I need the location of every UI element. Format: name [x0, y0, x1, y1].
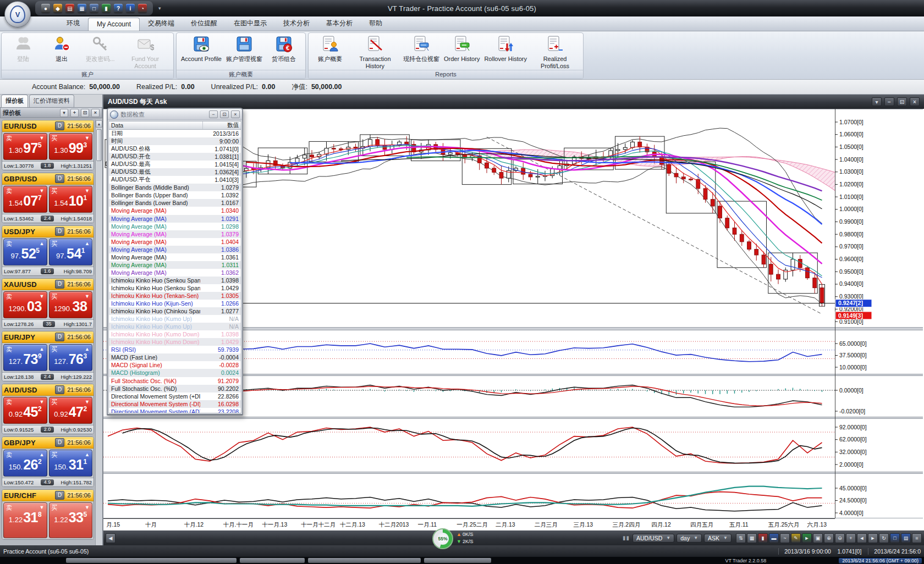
vt-logo[interactable]: V — [4, 1, 31, 27]
menu-tab-[interactable]: 交易终端 — [140, 16, 183, 31]
buy-button[interactable]: 买▼1290.38 — [49, 291, 93, 318]
buy-button[interactable]: 买▲150.311 — [49, 450, 93, 477]
close-icon[interactable]: × — [91, 109, 100, 117]
sell-button[interactable]: 卖▼1.30975 — [3, 133, 47, 160]
grid-icon[interactable]: ▦ — [747, 533, 757, 543]
layout-icon[interactable]: ▤ — [901, 533, 911, 543]
ribbon-button-report-taggreen[interactable]: Order History — [444, 35, 480, 63]
symbol-select[interactable]: AUD/USD▼ — [632, 534, 674, 543]
pan-left-icon[interactable]: ◄ — [857, 533, 867, 543]
taskbar-segment[interactable] — [308, 558, 421, 563]
chart-menu-chevron-icon[interactable]: ▾ — [872, 97, 882, 106]
ribbon-button-report-user[interactable]: 账户概要 — [313, 35, 347, 63]
daily-button[interactable]: D — [55, 491, 64, 500]
price-type-select[interactable]: ASK▼ — [704, 534, 732, 543]
chart-minimize-icon[interactable]: − — [884, 97, 894, 106]
chart-icon[interactable]: ? — [114, 4, 123, 13]
refresh-icon[interactable]: ↻ — [879, 533, 889, 543]
ribbon-button-account-window[interactable]: 账户管理视窗 — [226, 35, 262, 63]
news-icon[interactable]: ▤ — [65, 4, 74, 13]
menu-tab-[interactable]: 基本分析 — [318, 16, 361, 31]
stats-icon[interactable]: ▮ — [102, 4, 111, 13]
close-icon[interactable]: × — [231, 110, 240, 118]
daily-button[interactable]: D — [55, 174, 64, 183]
buy-button[interactable]: 买▲127.763 — [49, 344, 93, 371]
sell-button[interactable]: 卖▼0.92452 — [3, 397, 47, 424]
menu-tab-[interactable]: 环境 — [58, 16, 88, 31]
network-gauge[interactable]: 55% — [432, 528, 453, 549]
notes-icon[interactable]: ▦ — [78, 4, 86, 13]
taskbar-segment[interactable] — [240, 558, 305, 563]
users-icon[interactable]: ◆ — [53, 4, 62, 13]
buy-button[interactable]: 买▼1.22335 — [49, 502, 93, 538]
clipboard-icon[interactable]: ▣ — [813, 533, 823, 543]
menu-tab-[interactable]: 帮助 — [361, 16, 391, 31]
menu-tab-myaccount[interactable]: My Account — [88, 18, 140, 31]
daily-button[interactable]: D — [55, 121, 64, 130]
data-window-title-bar[interactable]: 数据检查 − ⊡ × — [108, 109, 242, 120]
float-icon[interactable]: ⊡ — [81, 109, 89, 117]
updown-arrows-icon[interactable]: ⇅ — [736, 533, 746, 543]
buy-button[interactable]: 买▼1.54101 — [49, 186, 93, 213]
zoom-in-icon[interactable]: ⊕ — [824, 533, 834, 543]
buy-button[interactable]: 买▼1.30993 — [49, 133, 93, 160]
daily-button[interactable]: D — [55, 227, 64, 236]
info-icon[interactable]: i — [126, 4, 135, 13]
minimize-icon[interactable]: − — [209, 110, 218, 118]
pin-icon[interactable]: + — [70, 109, 79, 117]
alarm-icon[interactable]: ◔ — [138, 4, 147, 13]
sell-button[interactable]: 卖▼1290.03 — [3, 291, 47, 318]
ribbon-button-report-pl[interactable]: Realized Profit/Loss — [531, 35, 579, 70]
scroll-up-icon[interactable]: ▲ — [96, 120, 102, 128]
sidebar-tab-1[interactable]: 汇价详细资料 — [29, 95, 74, 107]
bar-chart-icon[interactable]: ▬ — [769, 533, 779, 543]
quote-panel-header[interactable]: 报价板 ▾ + ⊡ × — [0, 107, 102, 118]
buy-button[interactable]: 买▲97.541 — [49, 239, 93, 266]
daily-button[interactable]: D — [55, 280, 64, 289]
timeframe-select[interactable]: day▼ — [676, 534, 702, 543]
data-inspection-window[interactable]: 数据检查 − ⊡ × Data 数值 日期2013/3/16时间9:00:00A… — [107, 108, 243, 416]
title-bar[interactable]: V ●◆▤▦□▮?i◔ ▾ VT Trader - Practice Accou… — [0, 0, 924, 16]
daily-button[interactable]: D — [55, 333, 64, 341]
ribbon-button-report-tagblue[interactable]: 现持仓位视窗 — [403, 35, 439, 63]
ribbon-button-report-arrows[interactable]: Rollover History — [484, 35, 527, 63]
restore-icon[interactable]: ⊡ — [220, 110, 229, 118]
pointer-icon[interactable]: ► — [802, 533, 812, 543]
sell-button[interactable]: 卖▼1.54077 — [3, 186, 47, 213]
chart-close-icon[interactable]: × — [910, 97, 920, 106]
buy-button[interactable]: 买▼0.92472 — [49, 397, 93, 424]
taskbar-segment[interactable] — [424, 558, 491, 563]
scrollbar-thumb[interactable] — [96, 129, 102, 161]
daily-button[interactable]: D — [55, 438, 64, 447]
sell-button[interactable]: 卖▲97.525 — [3, 239, 47, 266]
menu-tab-[interactable]: 技术分析 — [275, 16, 318, 31]
data-grid-header[interactable]: Data 数值 — [109, 121, 241, 130]
taskbar-segment[interactable] — [66, 558, 237, 563]
crosshair-icon[interactable]: + — [846, 533, 856, 543]
ribbon-button-portfolio[interactable]: €货币组合 — [267, 35, 301, 63]
sell-button[interactable]: 卖▼1.22318 — [3, 502, 47, 538]
daily-button[interactable]: D — [55, 385, 64, 394]
quote-scrollbar[interactable]: ▲ — [95, 120, 102, 545]
chart-restore-icon[interactable]: ⊡ — [897, 97, 907, 106]
menu-tab-[interactable]: 在图中显示 — [226, 16, 275, 31]
sidebar-tab-0[interactable]: 报价板 — [1, 95, 28, 107]
ribbon-button-logout[interactable]: 退出 — [45, 35, 79, 63]
user-icon[interactable]: ● — [41, 4, 50, 13]
list-icon[interactable]: ≡ — [912, 533, 922, 543]
ribbon-button-profile[interactable]: Account Profile — [181, 35, 222, 63]
toolbar-grip[interactable]: ▮▮ — [623, 535, 630, 541]
sell-button[interactable]: 卖▲127.739 — [3, 344, 47, 371]
chevron-down-icon[interactable]: ▾ — [60, 109, 68, 117]
menu-tab-[interactable]: 价位提醒 — [183, 16, 226, 31]
pan-right-icon[interactable]: ► — [868, 533, 878, 543]
candlestick-icon[interactable]: ▮ — [758, 533, 768, 543]
scroll-left-icon[interactable]: ◀ — [106, 533, 116, 543]
window-icon[interactable]: □ — [890, 533, 900, 543]
line-chart-icon[interactable]: ~ — [780, 533, 790, 543]
chart-title-bar[interactable]: AUD/USD 每天 Ask ▾ − ⊡ × — [103, 95, 924, 109]
annotation-icon[interactable]: ✎ — [791, 533, 801, 543]
sell-button[interactable]: 卖▲150.262 — [3, 450, 47, 477]
zoom-out-icon[interactable]: ⊖ — [835, 533, 845, 543]
copy-icon[interactable]: □ — [90, 4, 98, 13]
